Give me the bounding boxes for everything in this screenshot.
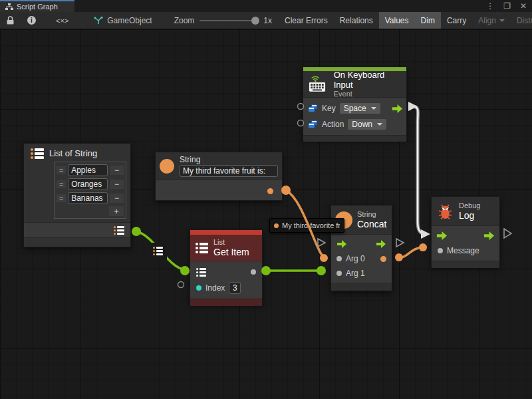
unconnected-flow-indicator: [318, 239, 325, 247]
trigger-input-port[interactable]: [436, 231, 448, 240]
code-view-button[interactable]: <×>: [43, 12, 82, 29]
distribute-dropdown[interactable]: Distribute: [511, 12, 532, 29]
string-value-input[interactable]: [180, 165, 278, 177]
values-toggle[interactable]: Values: [379, 12, 415, 29]
error-color-strip: [190, 230, 262, 235]
list-input-port[interactable]: [196, 268, 206, 277]
item-output-port[interactable]: [251, 269, 256, 275]
zoom-value: 1x: [263, 16, 272, 25]
tab-script-graph[interactable]: Script Graph: [0, 0, 74, 12]
menu-icon[interactable]: ⋮: [486, 0, 494, 12]
carry-toggle[interactable]: Carry: [441, 12, 472, 29]
wire-endpoint[interactable]: [281, 186, 291, 195]
wire-concat-to-log[interactable]: [399, 247, 423, 257]
input-binding-icon: [309, 104, 318, 112]
index-value-input[interactable]: [229, 282, 241, 294]
list-item-input[interactable]: [68, 164, 108, 176]
zoom-slider-handle[interactable]: [251, 17, 259, 25]
result-output-port[interactable]: [380, 256, 386, 262]
value-tooltip: My third favorite fr...: [269, 218, 344, 233]
wire-endpoint[interactable]: [317, 266, 326, 275]
node-get-item[interactable]: List Get Item Index: [190, 229, 263, 304]
key-dropdown[interactable]: Space: [340, 103, 380, 114]
bug-icon: [437, 203, 454, 220]
drag-handle[interactable]: =: [57, 166, 66, 174]
unconnected-port[interactable]: [178, 282, 184, 288]
align-dropdown[interactable]: Align: [472, 12, 511, 29]
list-item-input[interactable]: [68, 192, 108, 204]
input-binding-icon: [309, 120, 318, 128]
node-category: List: [213, 238, 249, 247]
tab-bar: Script Graph ⋮ ❐ ✕: [0, 0, 532, 12]
relations-toggle[interactable]: Relations: [334, 12, 379, 29]
close-icon[interactable]: ✕: [520, 0, 527, 12]
arg0-label: Arg 0: [346, 254, 365, 263]
string-output-port[interactable]: [267, 188, 273, 194]
remove-item-button[interactable]: −: [110, 194, 124, 203]
node-title: String: [180, 155, 278, 164]
info-button[interactable]: i: [21, 12, 43, 29]
node-footer: [432, 261, 499, 268]
node-category: Debug: [459, 201, 480, 210]
tooltip-text: My third favorite fr...: [282, 221, 340, 229]
unconnected-flow-indicator: [504, 229, 511, 238]
node-title: Log: [459, 210, 480, 221]
index-label: Index: [205, 283, 225, 293]
drag-handle[interactable]: =: [57, 180, 66, 188]
string-output-row: [156, 180, 282, 200]
node-list-of-string[interactable]: List of String = − = − = −: [23, 143, 131, 247]
arg1-input-port[interactable]: [336, 271, 342, 276]
list-icon: [153, 247, 163, 255]
flow-arrow-end[interactable]: [421, 229, 430, 239]
trigger-output-port[interactable]: [376, 240, 386, 248]
keyboard-icon: [309, 76, 329, 92]
graph-tab-icon: [5, 3, 13, 11]
message-label: Message: [447, 246, 479, 255]
node-string-literal[interactable]: String: [155, 152, 283, 201]
wire-endpoint[interactable]: [180, 266, 190, 275]
string-value-icon: [274, 223, 279, 228]
gameobject-label: GameObject: [107, 16, 152, 25]
zoom-label: Zoom: [174, 16, 195, 25]
window-controls: ⋮ ❐ ✕: [486, 0, 527, 12]
index-input-port[interactable]: [196, 285, 201, 291]
code-icon: <×>: [56, 17, 68, 25]
wire-endpoint[interactable]: [320, 254, 328, 262]
key-dropdown-value: Space: [344, 104, 366, 113]
wire-endpoint[interactable]: [261, 266, 271, 275]
node-subtitle: Event: [334, 90, 401, 98]
add-item-button[interactable]: +: [109, 206, 124, 216]
maximize-icon[interactable]: ❐: [503, 0, 511, 12]
wire-keyboard-to-log[interactable]: [414, 106, 426, 234]
wire-endpoint[interactable]: [419, 243, 427, 251]
flow-arrow-start[interactable]: [408, 102, 418, 111]
message-input-port[interactable]: [438, 248, 443, 253]
action-dropdown[interactable]: Down: [348, 119, 386, 130]
dim-toggle[interactable]: Dim: [415, 12, 441, 29]
trigger-output-port[interactable]: [392, 104, 403, 113]
list-editor: = − = − = − +: [54, 162, 126, 219]
wire-endpoint[interactable]: [132, 227, 141, 236]
string-type-icon: [160, 159, 174, 174]
list-output-port[interactable]: [114, 226, 124, 235]
node-on-keyboard-input[interactable]: On Keyboard Input Event Key Space: [303, 66, 407, 140]
action-port-label: Action: [322, 120, 344, 129]
remove-item-button[interactable]: −: [110, 180, 124, 189]
zoom-slider[interactable]: [200, 20, 258, 21]
trigger-output-port[interactable]: [483, 231, 495, 240]
trigger-input-port[interactable]: [336, 240, 347, 248]
distribute-label: Distribute: [517, 16, 532, 25]
node-debug-log[interactable]: Debug Log Message: [431, 196, 500, 267]
list-item-input[interactable]: [68, 178, 108, 190]
remove-item-button[interactable]: −: [110, 166, 124, 175]
graph-canvas[interactable]: On Keyboard Input Event Key Space: [0, 29, 532, 399]
clear-errors-button[interactable]: Clear Errors: [279, 12, 334, 29]
chevron-down-icon: [499, 19, 505, 22]
gameobject-reference[interactable]: GameObject: [82, 12, 158, 29]
arg0-input-port[interactable]: [336, 256, 342, 261]
drag-handle[interactable]: =: [57, 194, 66, 202]
node-footer: [24, 237, 130, 244]
wire-endpoint[interactable]: [395, 253, 403, 261]
lock-button[interactable]: [0, 12, 21, 29]
graph-toolbar: i <×> GameObject Zoom 1x Clear Errors Re…: [0, 12, 532, 29]
